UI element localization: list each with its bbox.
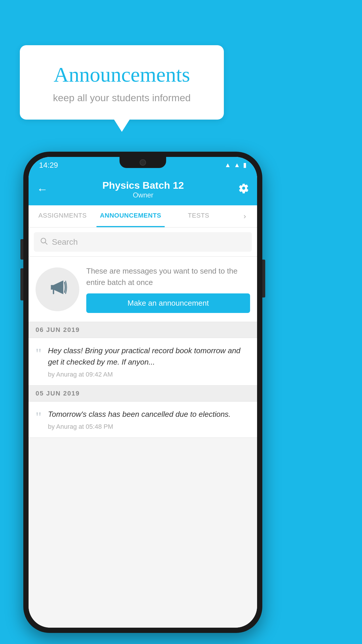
signal-icon: ▲ [234,161,240,169]
announcement-meta-1: by Anurag at 09:42 AM [48,371,250,378]
phone-wrapper: 14:29 ▲ ▲ ▮ ← Physics Batch 12 Owner [23,152,262,633]
promo-icon-circle [36,267,79,311]
megaphone-icon [47,276,68,302]
make-announcement-button[interactable]: Make an announcement [86,293,250,313]
phone-notch [120,157,166,168]
speech-bubble-container: Announcements keep all your students inf… [20,45,224,120]
search-icon [40,237,48,247]
phone-screen: 14:29 ▲ ▲ ▮ ← Physics Batch 12 Owner [29,157,257,628]
announcement-content-2: Tomorrow's class has been cancelled due … [48,409,250,430]
phone-frame: 14:29 ▲ ▲ ▮ ← Physics Batch 12 Owner [23,152,262,633]
app-bar-title: Physics Batch 12 [102,180,184,191]
date-separator-1: 06 JUN 2019 [29,322,257,338]
back-button[interactable]: ← [37,183,48,196]
search-container: Search [29,228,257,257]
wifi-icon: ▲ [224,161,231,169]
app-bar: ← Physics Batch 12 Owner [29,173,257,205]
phone-button-left1 [20,239,23,260]
status-icons: ▲ ▲ ▮ [224,161,247,169]
search-placeholder: Search [52,237,78,247]
quote-icon-2: " [36,410,41,424]
promo-description: These are messages you want to send to t… [86,265,250,288]
app-bar-center: Physics Batch 12 Owner [102,180,184,199]
bubble-title: Announcements [34,63,209,87]
announcement-text-1: Hey class! Bring your practical record b… [48,345,250,368]
announcement-promo: These are messages you want to send to t… [29,257,257,322]
tabs-bar: ASSIGNMENTS ANNOUNCEMENTS TESTS › [29,205,257,228]
phone-camera [140,159,146,166]
promo-content: These are messages you want to send to t… [86,265,250,313]
tab-assignments[interactable]: ASSIGNMENTS [29,205,96,227]
date-separator-2: 05 JUN 2019 [29,386,257,402]
tab-tests[interactable]: TESTS [165,205,233,227]
status-time: 14:29 [39,161,58,170]
svg-line-1 [45,242,47,244]
quote-icon-1: " [36,346,41,361]
app-bar-subtitle: Owner [102,191,184,199]
search-bar[interactable]: Search [34,232,252,252]
announcement-content-1: Hey class! Bring your practical record b… [48,345,250,378]
announcement-text-2: Tomorrow's class has been cancelled due … [48,409,250,420]
announcement-item-1[interactable]: " Hey class! Bring your practical record… [29,338,257,386]
phone-button-left2 [20,268,23,300]
speech-bubble: Announcements keep all your students inf… [20,45,224,120]
content-area: Search [29,228,257,628]
settings-button[interactable] [238,183,249,196]
announcement-item-2[interactable]: " Tomorrow's class has been cancelled du… [29,402,257,438]
phone-button-right [262,260,265,298]
bubble-subtitle: keep all your students informed [34,92,209,104]
announcement-meta-2: by Anurag at 05:48 PM [48,423,250,430]
battery-icon: ▮ [243,161,247,169]
tab-announcements[interactable]: ANNOUNCEMENTS [96,205,164,227]
tab-more[interactable]: › [233,205,257,227]
